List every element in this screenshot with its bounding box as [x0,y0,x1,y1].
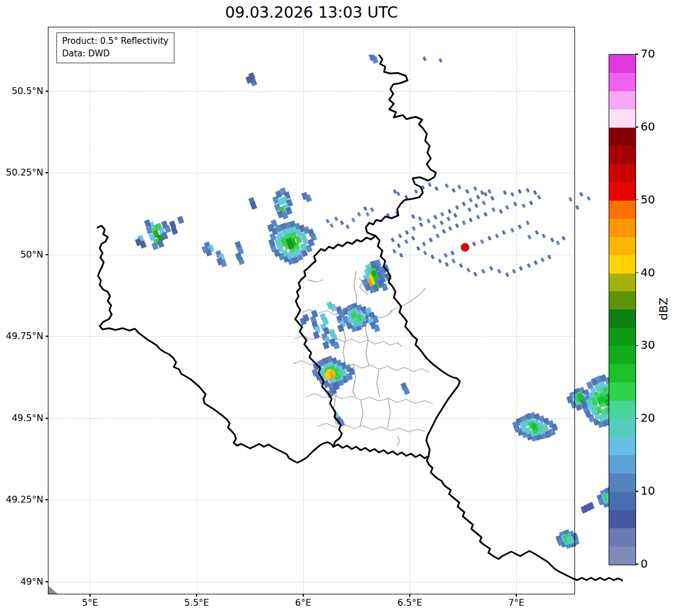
colorbar-segment [609,528,635,546]
radar-speckle [438,259,442,263]
colorbar-tick-label: 60 [641,120,655,133]
radar-speckle [396,191,400,196]
colorbar-tick-mark [635,199,638,201]
colorbar-segment [609,164,635,182]
colorbar-tick-label: 70 [641,47,655,60]
radar-speckle [568,197,572,202]
radar-speckle [399,253,403,258]
radar-speckle [466,268,470,272]
colorbar-tick-mark [635,345,638,346]
radar-speckle [419,222,423,227]
radar-speckle [491,207,495,212]
axis-tick-mark [46,418,48,419]
radar-speckle [468,198,472,202]
radar-speckle [510,228,514,232]
colorbar-segment [609,492,635,510]
radar-speckle [411,226,415,231]
radar-speckle [405,230,409,235]
radar-speckle [467,207,471,212]
radar-speckle [393,189,397,194]
regional-border-path [360,400,363,426]
radar-speckle [453,213,457,218]
axis-tick-mark [89,594,91,597]
radar-speckle [427,182,431,187]
radar-speckle [345,225,349,229]
y-tick-label: 49.5°N [0,413,43,424]
radar-speckle [550,238,554,242]
radar-speckle [357,212,361,217]
national-border-path [333,444,429,458]
radar-speckle [483,212,487,217]
radar-speckle [482,201,486,205]
regional-border-path [295,336,402,346]
colorbar-tick-label: 40 [641,266,655,279]
radar-figure: 09.03.2026 13:03 UTC Product: 0.5° Refle… [0,0,685,616]
y-tick-label: 49.25°N [0,494,43,505]
radar-speckle [561,236,565,240]
radar-speckle [487,189,491,194]
y-tick-label: 49.75°N [0,331,43,342]
radar-speckle [499,209,503,214]
colorbar-segment [609,546,635,565]
radar-speckle [390,238,394,242]
radar-speckle [404,239,408,244]
radar-speckle [473,272,477,276]
radar-speckle [490,196,494,201]
radar-speckle [473,186,477,191]
y-tick-label: 49°N [0,576,43,588]
colorbar-unit-label: dBZ [657,292,674,325]
radar-speckle [455,205,459,210]
radar-speckle [392,249,396,254]
radar-speckle [540,258,544,262]
colorbar-segment [609,328,635,346]
colorbar-segment [609,55,635,73]
regional-border-path [397,436,399,446]
national-border-path [427,456,623,581]
axis-tick-mark [46,172,48,173]
radar-speckle [465,189,469,194]
regional-border-path [308,280,323,282]
radar-speckle [519,266,523,271]
radar-speckle [457,185,461,189]
regional-border-path [306,394,433,403]
radar-speckle [472,242,476,246]
radar-speckle [510,192,514,197]
radar-speckle [450,251,454,255]
radar-speckle [455,223,459,228]
radar-speckle [483,192,487,197]
axis-tick-mark [303,594,304,597]
axis-tick-mark [409,594,410,597]
radar-speckle [363,206,367,211]
radar-speckle [487,236,491,240]
radar-speckle [422,242,426,246]
radar-speckle [448,226,452,231]
colorbar-segment [609,73,635,91]
radar-speckle [446,217,450,221]
regional-border-path [317,423,426,432]
radar-speckle [533,260,537,265]
radar-speckle [445,183,448,188]
radar-speckle [512,269,516,274]
y-tick-label: 50.5°N [0,85,43,97]
colorbar-tick-mark [635,272,638,274]
radar-speckle [435,234,439,238]
radar-speckle [398,234,402,238]
radar-speckle [480,190,484,195]
axis-tick-mark [516,594,517,597]
annotation-product-line: Product: 0.5° Reflectivity [62,35,169,48]
colorbar-tick-label: 0 [641,557,648,570]
colorbar-segment [609,382,635,401]
colorbar-segment [609,201,635,219]
colorbar-tick-mark [635,491,638,492]
radar-speckle [447,209,451,214]
radar-speckle [325,219,329,223]
radar-speckle [365,212,369,217]
colorbar-segment [609,437,635,455]
colorbar-segment [609,291,635,309]
radar-speckle [586,196,590,201]
radar-speckle [575,205,579,210]
colorbar-segment [609,146,635,164]
radar-speckle [432,225,436,229]
colorbar-tick-label: 30 [641,338,655,352]
radar-speckle [476,195,480,199]
